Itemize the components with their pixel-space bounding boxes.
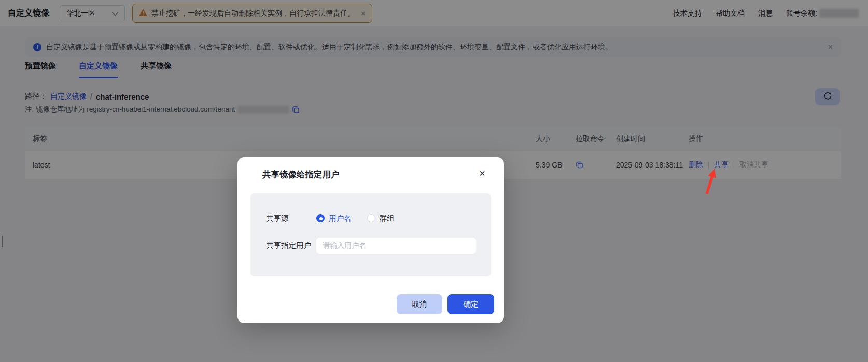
- share-target-row: 共享指定用户: [250, 238, 491, 253]
- radio-group-label: 群组: [380, 214, 395, 224]
- share-form-panel: 共享源 用户名 群组 共享指定用户: [250, 193, 491, 276]
- radio-username[interactable]: 用户名: [316, 214, 352, 224]
- radio-group-option[interactable]: 群组: [367, 214, 395, 224]
- modal-close-icon[interactable]: ×: [479, 168, 485, 178]
- radio-unselected-icon: [367, 214, 375, 222]
- share-source-row: 共享源 用户名 群组: [250, 211, 491, 226]
- radio-username-label: 用户名: [329, 214, 352, 224]
- share-source-label: 共享源: [266, 214, 316, 224]
- modal-footer: 取消 确定: [397, 294, 494, 314]
- username-input[interactable]: [316, 238, 476, 254]
- cancel-button[interactable]: 取消: [397, 294, 442, 314]
- confirm-button[interactable]: 确定: [447, 294, 494, 314]
- share-source-radio-group: 用户名 群组: [316, 214, 395, 224]
- share-target-label: 共享指定用户: [266, 241, 316, 250]
- modal-title: 共享镜像给指定用户: [262, 169, 340, 180]
- share-image-modal: 共享镜像给指定用户 × 共享源 用户名 群组 共享指定用户 取消 确定: [237, 157, 504, 323]
- radio-selected-icon: [316, 214, 325, 222]
- annotation-arrow-share: [704, 168, 718, 198]
